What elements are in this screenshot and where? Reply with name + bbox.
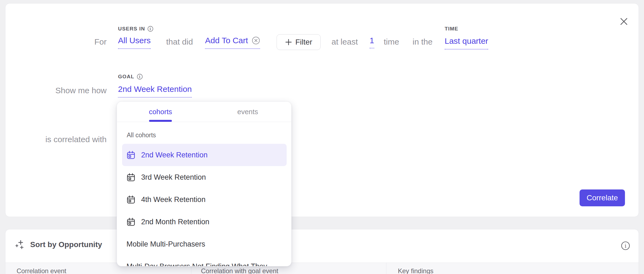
info-icon[interactable]: i xyxy=(147,26,153,32)
time-range-value: Last quarter xyxy=(445,36,488,49)
filter-button-label: Filter xyxy=(295,38,312,46)
that-did-word: that did xyxy=(166,37,193,46)
results-toolbar: Sort by Opportunity i xyxy=(5,229,639,263)
users-in-label: USERS IN xyxy=(118,26,145,32)
sort-by-opportunity-button[interactable]: Sort by Opportunity xyxy=(15,239,102,250)
event-value: Add To Cart xyxy=(205,36,248,45)
close-icon[interactable] xyxy=(620,17,628,26)
time-label: TIME xyxy=(445,26,458,32)
list-item-4th-week-retention[interactable]: 4th Week Retention xyxy=(122,188,287,211)
calendar-icon xyxy=(126,195,135,204)
goal-label: GOAL xyxy=(118,74,134,80)
add-filter-button[interactable]: Filter xyxy=(277,34,321,50)
tab-events-label: events xyxy=(237,108,258,116)
time-range-selector[interactable]: Last quarter xyxy=(445,36,488,49)
users-in-selector[interactable]: All Users xyxy=(118,36,151,49)
svg-text:i: i xyxy=(139,75,141,79)
svg-text:i: i xyxy=(625,243,626,249)
for-prefix: For xyxy=(27,37,107,46)
event-selector[interactable]: Add To Cart xyxy=(205,36,260,49)
active-tab-indicator xyxy=(149,120,172,122)
is-correlated-with-prefix: is correlated with xyxy=(27,135,107,144)
dropdown-section-header: All cohorts xyxy=(127,132,156,139)
at-least-word: at least xyxy=(332,37,358,46)
list-item-3rd-week-retention[interactable]: 3rd Week Retention xyxy=(122,166,287,188)
goal-dropdown: cohorts events All cohorts 2nd Week Rete… xyxy=(117,101,292,266)
is-correlated-with-word: is correlated with xyxy=(45,135,107,144)
list-item-2nd-month-retention[interactable]: 2nd Month Retention xyxy=(122,211,287,233)
show-me-how-prefix: Show me how xyxy=(27,86,107,95)
tab-cohorts-label: cohorts xyxy=(149,108,172,116)
list-item-label: 3rd Week Retention xyxy=(141,173,206,182)
list-item-2nd-week-retention[interactable]: 2nd Week Retention xyxy=(122,144,287,166)
users-in-label-row: USERS IN i xyxy=(118,26,153,32)
list-item-multi-day-browsers[interactable]: Multi-Day Browsers Not Finding What They xyxy=(122,255,287,266)
goal-label-row: GOAL i xyxy=(118,74,143,80)
column-header-key-findings[interactable]: Key findings xyxy=(386,263,639,274)
list-item-mobile-multi-purchasers[interactable]: Mobile Multi-Purchasers xyxy=(122,233,287,255)
calendar-icon xyxy=(126,151,135,160)
show-me-how-word: Show me how xyxy=(55,86,107,95)
users-in-value: All Users xyxy=(118,36,151,49)
calendar-icon xyxy=(126,173,135,182)
tab-events[interactable]: events xyxy=(204,102,292,122)
dropdown-tabs: cohorts events xyxy=(117,102,291,122)
count-value[interactable]: 1 xyxy=(370,36,374,48)
goal-selector[interactable]: 2nd Week Retention xyxy=(118,85,192,98)
list-item-label: 4th Week Retention xyxy=(141,195,206,204)
list-item-label: Multi-Day Browsers Not Finding What They xyxy=(126,262,267,267)
plus-icon xyxy=(285,39,292,46)
svg-text:i: i xyxy=(150,27,151,31)
results-table-header: Correlation event Correlation with goal … xyxy=(5,263,639,274)
time-label-row: TIME xyxy=(445,26,458,32)
list-item-label: Mobile Multi-Purchasers xyxy=(126,240,205,248)
for-word: For xyxy=(94,37,107,46)
in-the-word: in the xyxy=(413,37,432,46)
correlate-button[interactable]: Correlate xyxy=(580,189,625,206)
time-word: time xyxy=(384,37,399,46)
sort-by-opportunity-label: Sort by Opportunity xyxy=(30,240,102,249)
list-item-label: 2nd Week Retention xyxy=(141,151,208,159)
info-icon[interactable]: i xyxy=(137,74,143,80)
goal-value: 2nd Week Retention xyxy=(118,85,192,98)
sparkle-icon xyxy=(15,239,26,250)
results-card: Sort by Opportunity i Correlation event … xyxy=(5,229,639,274)
tab-cohorts[interactable]: cohorts xyxy=(117,102,204,122)
remove-event-icon[interactable] xyxy=(252,36,260,45)
list-item-label: 2nd Month Retention xyxy=(141,218,209,226)
calendar-icon xyxy=(126,217,135,226)
query-builder-card: For USERS IN i All Users that did Add To… xyxy=(5,3,639,217)
info-icon[interactable]: i xyxy=(621,241,630,250)
